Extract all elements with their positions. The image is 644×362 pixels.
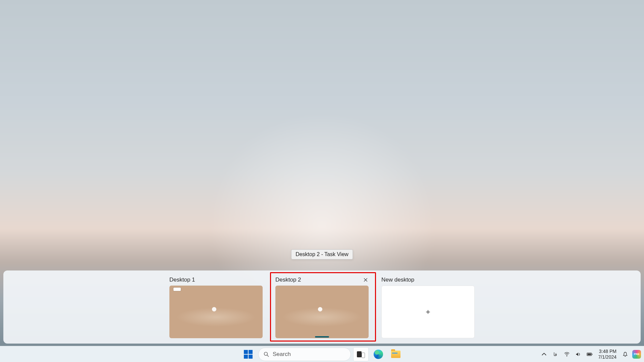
virtual-desktop-2-label: Desktop 2 — [275, 277, 301, 283]
system-tray: فا 3:48 PM 7/1/2024 — [539, 348, 642, 361]
svg-rect-4 — [592, 354, 592, 355]
clock-date: 7/1/2024 — [598, 354, 617, 360]
svg-point-2 — [566, 356, 567, 356]
file-explorer-button[interactable] — [388, 348, 403, 361]
close-icon — [363, 278, 368, 282]
taskview-panel: Desktop 1 Desktop 2 New desktop ＋ — [3, 270, 641, 344]
svg-rect-5 — [587, 353, 591, 355]
wifi-icon — [564, 351, 570, 357]
taskbar-search[interactable]: Search — [258, 348, 351, 361]
virtual-desktop-1[interactable]: Desktop 1 — [169, 276, 263, 338]
battery-button[interactable] — [585, 348, 594, 361]
taskbar: Search فا — [0, 346, 644, 362]
new-desktop-thumbnail[interactable]: ＋ — [381, 286, 475, 338]
folder-icon — [391, 351, 400, 358]
plus-icon: ＋ — [424, 307, 432, 317]
windows-logo-icon — [244, 350, 253, 359]
edge-button[interactable] — [371, 348, 386, 361]
taskbar-center: Search — [241, 348, 403, 361]
new-desktop-label: New desktop — [381, 277, 414, 283]
svg-line-1 — [267, 355, 269, 357]
virtual-desktop-2[interactable]: Desktop 2 — [275, 276, 369, 338]
language-indicator[interactable]: فا — [551, 348, 560, 361]
wifi-button[interactable] — [562, 348, 572, 361]
virtual-desktop-2-thumbnail[interactable] — [275, 286, 369, 338]
volume-button[interactable] — [574, 348, 583, 361]
copilot-pre-icon: PRE — [632, 350, 641, 359]
taskview-button[interactable] — [354, 348, 368, 361]
virtual-desktop-1-label: Desktop 1 — [169, 277, 195, 283]
copilot-button[interactable]: PRE — [632, 348, 641, 361]
taskview-tooltip: Desktop 2 - Task View — [291, 249, 353, 259]
search-placeholder: Search — [273, 351, 291, 358]
virtual-desktop-1-thumbnail[interactable] — [169, 286, 263, 338]
search-icon — [263, 351, 269, 357]
start-button[interactable] — [241, 348, 256, 361]
battery-icon — [587, 351, 593, 357]
chevron-up-icon — [541, 351, 547, 357]
notifications-button[interactable] — [621, 348, 630, 361]
edge-icon — [374, 350, 383, 359]
tray-overflow-button[interactable] — [539, 348, 549, 361]
close-desktop-button[interactable] — [363, 277, 369, 283]
taskview-icon — [357, 351, 365, 357]
bell-icon — [622, 351, 628, 357]
new-desktop-button[interactable]: New desktop ＋ — [381, 276, 475, 338]
clock[interactable]: 3:48 PM 7/1/2024 — [596, 349, 619, 359]
speaker-icon — [575, 351, 581, 357]
clock-time: 3:48 PM — [598, 349, 617, 354]
